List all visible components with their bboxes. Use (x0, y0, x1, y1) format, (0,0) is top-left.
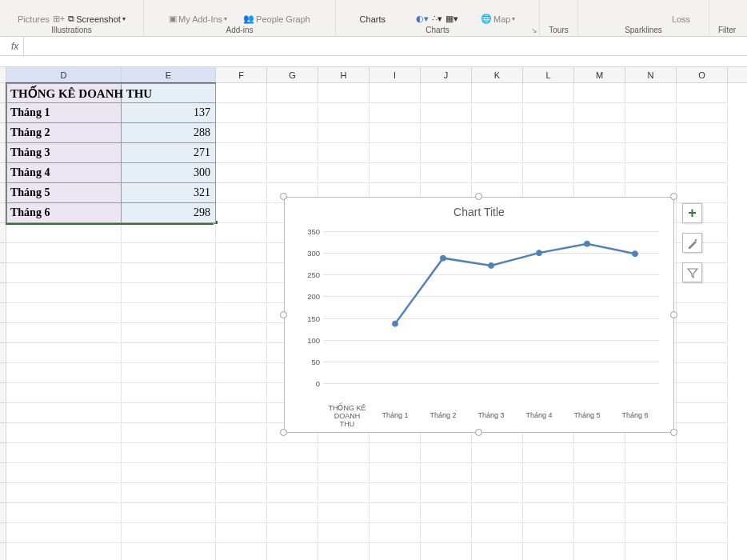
cell[interactable] (122, 303, 216, 323)
cell[interactable] (625, 483, 677, 503)
cell[interactable] (523, 83, 574, 103)
cell[interactable] (318, 543, 370, 560)
col-header-j[interactable]: J (421, 67, 472, 82)
cell[interactable] (6, 283, 122, 303)
chart-object[interactable]: Chart Title 050100150200250300350 THỐNG … (284, 197, 674, 433)
table-row-label[interactable]: Tháng 6 (6, 203, 122, 223)
cell[interactable] (122, 403, 216, 423)
cell[interactable] (122, 283, 216, 303)
cell[interactable] (216, 483, 267, 503)
cell[interactable] (472, 143, 523, 163)
pictures-button[interactable]: Pictures (18, 14, 50, 24)
cell[interactable] (625, 103, 677, 123)
cell[interactable] (625, 143, 677, 163)
cell[interactable] (677, 403, 728, 423)
cell[interactable] (677, 523, 728, 543)
cell[interactable] (122, 263, 216, 283)
cell[interactable] (267, 443, 318, 463)
cell[interactable] (6, 303, 122, 323)
cell[interactable] (6, 223, 122, 243)
cell[interactable] (523, 543, 574, 560)
cell[interactable] (216, 243, 267, 263)
cell[interactable] (574, 503, 625, 523)
cell[interactable] (216, 383, 267, 403)
cell[interactable] (421, 143, 472, 163)
cell[interactable] (677, 363, 728, 383)
cell[interactable] (216, 543, 267, 560)
cell[interactable] (677, 83, 728, 103)
cell[interactable] (472, 123, 523, 143)
cell[interactable] (625, 83, 677, 103)
cell[interactable] (625, 163, 677, 183)
cell[interactable] (216, 463, 267, 483)
cell[interactable] (370, 143, 421, 163)
cell[interactable] (574, 523, 625, 543)
cell[interactable] (677, 123, 728, 143)
cell[interactable] (421, 103, 472, 123)
cell[interactable] (216, 143, 267, 163)
table-row-value[interactable]: 288 (122, 123, 216, 143)
cell[interactable] (318, 103, 370, 123)
cell[interactable] (6, 483, 122, 503)
cell[interactable] (472, 443, 523, 463)
chart-resize-handle[interactable] (280, 311, 287, 318)
cell[interactable] (122, 223, 216, 243)
cell[interactable] (421, 483, 472, 503)
cell[interactable] (677, 323, 728, 343)
cell[interactable] (216, 223, 267, 243)
col-header-h[interactable]: H (318, 67, 370, 82)
chart-resize-handle[interactable] (670, 429, 677, 436)
cell[interactable] (370, 543, 421, 560)
cell[interactable] (267, 463, 318, 483)
sheet-area[interactable]: D E F G H I J K L M N O THỐNG KÊ DOANH T… (0, 67, 747, 560)
cell[interactable] (267, 543, 318, 560)
cell[interactable] (370, 103, 421, 123)
col-header-i[interactable]: I (370, 67, 421, 82)
chart-elements-button[interactable]: + (682, 203, 702, 223)
cell[interactable] (421, 83, 472, 103)
cell[interactable] (6, 263, 122, 283)
cell[interactable] (523, 143, 574, 163)
cell[interactable] (6, 523, 122, 543)
cell[interactable] (421, 523, 472, 543)
cell[interactable] (216, 403, 267, 423)
cell[interactable] (574, 83, 625, 103)
table-row-value[interactable]: 298 (122, 203, 216, 223)
cell[interactable] (216, 443, 267, 463)
cell[interactable] (6, 423, 122, 443)
col-header-g[interactable]: G (267, 67, 318, 82)
col-header-l[interactable]: L (523, 67, 574, 82)
fx-label[interactable]: fx (6, 37, 24, 55)
cell[interactable] (370, 163, 421, 183)
cell[interactable] (216, 303, 267, 323)
cell[interactable] (6, 463, 122, 483)
cell[interactable] (122, 543, 216, 560)
chart-resize-handle[interactable] (475, 429, 482, 436)
chart-resize-handle[interactable] (280, 429, 287, 436)
cell[interactable] (472, 543, 523, 560)
cell[interactable] (267, 483, 318, 503)
cell[interactable] (370, 483, 421, 503)
cell[interactable] (318, 443, 370, 463)
cell[interactable] (267, 143, 318, 163)
cell[interactable] (625, 543, 677, 560)
cell[interactable] (267, 103, 318, 123)
cell[interactable] (472, 463, 523, 483)
screenshot-button[interactable]: ⧉ Screenshot ▾ (68, 14, 126, 24)
cell[interactable] (216, 263, 267, 283)
pie-chart-icon[interactable]: ◐▾ (416, 14, 429, 24)
cell[interactable] (472, 503, 523, 523)
cell[interactable] (122, 483, 216, 503)
table-row-label[interactable]: Tháng 4 (6, 163, 122, 183)
table-row-value[interactable]: 321 (122, 183, 216, 203)
cell[interactable] (216, 423, 267, 443)
scatter-chart-icon[interactable]: ∴▾ (432, 14, 442, 24)
cell[interactable] (677, 443, 728, 463)
table-row-label[interactable]: Tháng 3 (6, 143, 122, 163)
charts-dialog-launcher[interactable]: ↘ (531, 26, 537, 34)
chart-frame[interactable]: Chart Title 050100150200250300350 THỐNG … (284, 197, 674, 433)
cell[interactable] (216, 283, 267, 303)
cell[interactable] (122, 243, 216, 263)
cell[interactable] (216, 503, 267, 523)
col-header-n[interactable]: N (625, 67, 677, 82)
